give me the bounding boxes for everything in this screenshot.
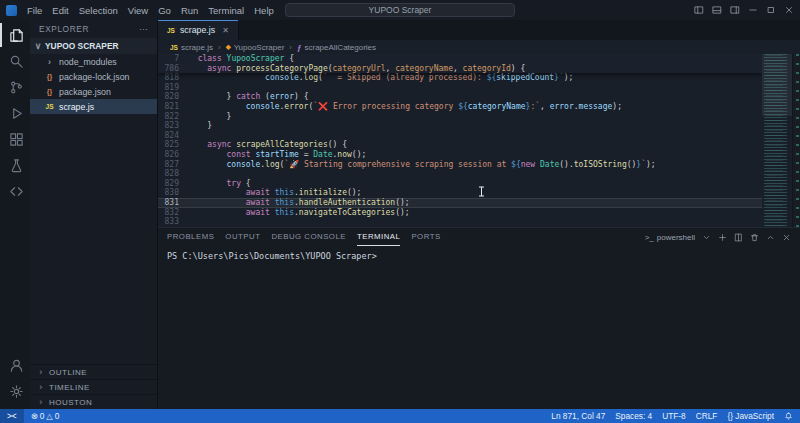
line-number: 821 xyxy=(158,102,188,112)
code-line-830[interactable]: 830 await this.initialize(); xyxy=(158,188,762,198)
code-area[interactable]: 7 class YupooScraper {786 async processC… xyxy=(158,54,762,227)
plus-icon[interactable] xyxy=(718,233,727,242)
status-utf-8[interactable]: UTF-8 xyxy=(662,411,686,421)
close-tab-icon[interactable]: ✕ xyxy=(222,26,229,35)
code-text: await this.navigateToCategories(); xyxy=(188,208,410,218)
code-line-824[interactable]: 824 xyxy=(158,131,762,141)
breadcrumb-scrape.js[interactable]: JSscrape.js xyxy=(170,43,213,52)
overview-ruler[interactable] xyxy=(792,54,800,227)
code-line-819[interactable]: 819 xyxy=(158,83,762,93)
code-text: try { xyxy=(188,179,251,189)
tab-scrape-js[interactable]: JS scrape.js ✕ xyxy=(158,20,239,40)
trash-icon[interactable] xyxy=(750,233,759,242)
layout-right-icon[interactable] xyxy=(730,5,740,15)
explorer-title: EXPLORER xyxy=(39,24,89,34)
panel-tab-problems[interactable]: PROBLEMS xyxy=(167,228,214,246)
menu-view[interactable]: View xyxy=(123,3,153,18)
code-line-786[interactable]: 786 async processCategoryPage(categoryUr… xyxy=(158,64,762,74)
code-line-7[interactable]: 7 class YupooScraper { xyxy=(158,54,762,64)
code-line-822[interactable]: 822 } xyxy=(158,112,762,122)
code-text: await this.initialize(); xyxy=(188,188,361,198)
code-line-823[interactable]: 823 } xyxy=(158,121,762,131)
file-scrape.js[interactable]: JSscrape.js xyxy=(30,99,157,114)
menu-terminal[interactable]: Terminal xyxy=(203,3,249,18)
file-package.json[interactable]: {}package.json xyxy=(30,84,157,99)
code-lines: 818 console.log(` = Skipped (already pro… xyxy=(158,73,762,227)
terminal[interactable]: PS C:\Users\Pics\Documents\YUPOO Scraper… xyxy=(158,246,800,409)
file-node_modules[interactable]: ›node_modules xyxy=(30,54,157,69)
status-spaces-4[interactable]: Spaces: 4 xyxy=(615,411,652,421)
workspace-folder[interactable]: ∨ YUPOO SCRAPER xyxy=(30,38,157,54)
layout-sidebar-icon[interactable] xyxy=(694,5,704,15)
breadcrumb-separator: › xyxy=(218,43,221,52)
breadcrumb-scrapeAllCategories[interactable]: ƒscrapeAllCategories xyxy=(297,43,376,52)
close-icon[interactable] xyxy=(784,5,794,15)
remote-indicator[interactable]: >< xyxy=(0,409,24,423)
file-package-lock.json[interactable]: {}package-lock.json xyxy=(30,69,157,84)
breadcrumb-label: YupooScraper xyxy=(234,43,285,52)
activity-remote-icon[interactable] xyxy=(0,179,30,203)
bell-icon[interactable] xyxy=(784,412,793,421)
activity-account-icon[interactable] xyxy=(0,353,30,377)
activity-testing-icon[interactable] xyxy=(0,153,30,177)
activity-top xyxy=(0,23,30,205)
code-line-825[interactable]: 825 async scrapeAllCategories() { xyxy=(158,140,762,150)
minimap[interactable] xyxy=(762,54,792,227)
menu-selection[interactable]: Selection xyxy=(74,3,123,18)
panel-tab-output[interactable]: OUTPUT xyxy=(225,228,260,246)
menu-edit[interactable]: Edit xyxy=(47,3,73,18)
activity-source-control-icon[interactable] xyxy=(0,75,30,99)
breadcrumb-label: scrapeAllCategories xyxy=(304,43,376,52)
panel-tab-debug-console[interactable]: DEBUG CONSOLE xyxy=(271,228,346,246)
split-icon[interactable] xyxy=(734,233,743,242)
chevron-up-icon[interactable] xyxy=(766,233,775,242)
line-number: 831 xyxy=(158,198,188,208)
code-line-828[interactable]: 828 xyxy=(158,169,762,179)
line-number: 827 xyxy=(158,160,188,170)
activity-explorer-icon[interactable] xyxy=(0,23,30,47)
chevron-down-icon[interactable] xyxy=(702,233,711,242)
code-text: console.log(`🚀 Starting comprehensive sc… xyxy=(188,160,656,170)
line-number: 833 xyxy=(158,217,188,227)
status--javascript[interactable]: {} JavaScript xyxy=(727,411,774,421)
section-label: TIMELINE xyxy=(49,383,90,392)
layout-panel-icon[interactable] xyxy=(712,5,722,15)
section-outline[interactable]: ›OUTLINE xyxy=(30,364,157,379)
explorer-more-icon[interactable]: ⋯ xyxy=(139,24,148,34)
activity-settings-icon[interactable] xyxy=(0,379,30,403)
maximize-icon[interactable] xyxy=(766,5,776,15)
activity-run-debug-icon[interactable] xyxy=(0,101,30,125)
activity-search-icon[interactable] xyxy=(0,49,30,73)
code-line-818[interactable]: 818 console.log(` = Skipped (already pro… xyxy=(158,73,762,83)
panel-tab-terminal[interactable]: TERMINAL xyxy=(357,228,400,246)
problems-status[interactable]: ⊗ 0 △ 0 xyxy=(31,411,60,421)
section-timeline[interactable]: ›TIMELINE xyxy=(30,379,157,394)
status-ln-871-col-47[interactable]: Ln 871, Col 47 xyxy=(551,411,605,421)
code-line-833[interactable]: 833 xyxy=(158,217,762,227)
tab-label: scrape.js xyxy=(180,25,215,35)
close-icon[interactable] xyxy=(782,233,791,242)
status-crlf[interactable]: CRLF xyxy=(696,411,718,421)
menu-file[interactable]: File xyxy=(22,3,47,18)
code-line-827[interactable]: 827 console.log(`🚀 Starting comprehensiv… xyxy=(158,160,762,170)
file-tree: ›node_modules{}package-lock.json{}packag… xyxy=(30,54,157,114)
menu-go[interactable]: Go xyxy=(153,3,176,18)
command-center[interactable]: YUPOO Scraper xyxy=(285,3,515,17)
minimap-slider[interactable] xyxy=(762,54,792,116)
code-line-821[interactable]: 821 console.error(`❌ Error processing ca… xyxy=(158,102,762,112)
error-count: 0 xyxy=(40,411,45,421)
code-line-820[interactable]: 820 } catch (error) { xyxy=(158,92,762,102)
activity-extensions-icon[interactable] xyxy=(0,127,30,151)
section-houston[interactable]: ›HOUSTON xyxy=(30,394,157,409)
menu-help[interactable]: Help xyxy=(249,3,279,18)
menu-run[interactable]: Run xyxy=(176,3,203,18)
status-bar: >< ⊗ 0 △ 0 Ln 871, Col 47Spaces: 4UTF-8C… xyxy=(0,409,800,423)
code-line-831[interactable]: 831 await this.handleAuthentication(); xyxy=(158,198,762,208)
minimize-icon[interactable] xyxy=(748,5,758,15)
code-line-829[interactable]: 829 try { xyxy=(158,179,762,189)
code-line-832[interactable]: 832 await this.navigateToCategories(); xyxy=(158,208,762,218)
panel-tab-ports[interactable]: PORTS xyxy=(411,228,440,246)
shell-selector[interactable]: >_ powershell xyxy=(645,233,695,242)
breadcrumb-YupooScraper[interactable]: ◆YupooScraper xyxy=(226,43,285,52)
code-line-826[interactable]: 826 const startTime = Date.now(); xyxy=(158,150,762,160)
